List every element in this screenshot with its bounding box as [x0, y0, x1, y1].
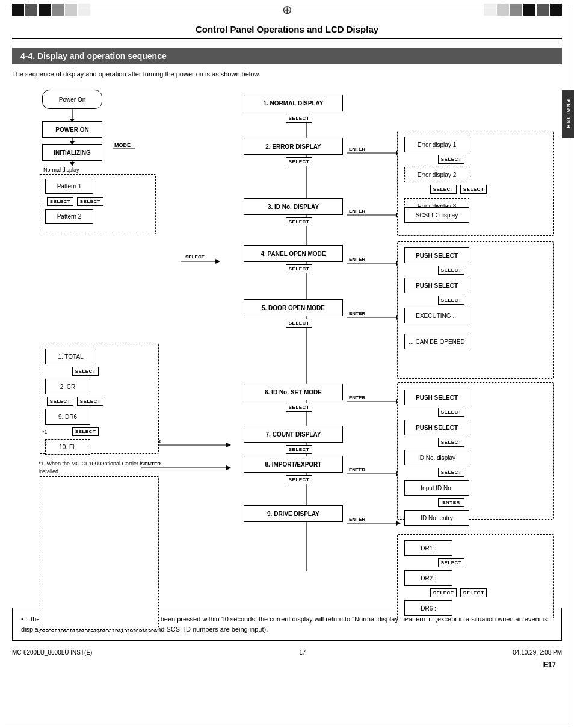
svg-text:ENTER: ENTER — [349, 467, 365, 473]
diagram: MODE SELECT ENTER ENTER ENTER ENTER — [12, 84, 562, 602]
initializing-box: INITIALIZING — [42, 144, 102, 161]
id-no-display-main: 3. ID No. DISPLAY — [244, 198, 343, 215]
svg-text:ENTER: ENTER — [349, 257, 365, 262]
header-sqr6 — [550, 4, 562, 16]
id-no-display-r: ID No. display — [404, 450, 469, 465]
select-main-4: SELECT — [286, 264, 312, 273]
can-be-opened-box: ... CAN BE OPENED — [404, 334, 469, 349]
footer-left: MC-8200LU_8600LU INST(E) — [12, 649, 92, 656]
select-main-7: SELECT — [286, 445, 312, 454]
header-sq4 — [52, 4, 64, 16]
error-display1: Error display 1 — [404, 137, 469, 152]
svg-text:ENTER: ENTER — [349, 146, 365, 152]
select-ed2-left: SELECT — [430, 185, 457, 194]
dr6-right-box: DR6 : — [404, 600, 452, 616]
enter-id-no: ENTER — [438, 498, 464, 507]
error-display-main: 2. ERROR DISPLAY — [244, 138, 343, 155]
total-box: 1. TOTAL — [45, 349, 96, 364]
drive-display-main: 9. DRIVE DISPLAY — [244, 505, 343, 522]
svg-marker-5 — [70, 162, 75, 166]
note1-label: *1 — [42, 429, 48, 435]
svg-text:SELECT: SELECT — [185, 254, 205, 260]
dr2-box: DR2 : — [404, 570, 452, 586]
select-cr-right: SELECT — [77, 397, 103, 406]
select-main-5: SELECT — [286, 319, 312, 328]
pattern2-box: Pattern 2 — [45, 209, 93, 224]
svg-marker-9 — [215, 259, 220, 264]
push-select-r4: PUSH SELECT — [404, 420, 469, 435]
footer: MC-8200LU_8600LU INST(E) 17 04.10.29, 2:… — [0, 647, 574, 658]
select-main-1: SELECT — [286, 114, 312, 123]
select-dr1: SELECT — [438, 558, 464, 567]
page-title: Control Panel Operations and LCD Display — [12, 19, 562, 39]
panel-open-mode-main: 4. PANEL OPEN MODE — [244, 245, 343, 262]
header-sq1 — [12, 4, 24, 16]
header-sq2 — [25, 4, 37, 16]
door-open-mode-main: 5. DOOR OPEN MODE — [244, 299, 343, 316]
id-no-set-mode-main: 6. ID No. SET MODE — [244, 384, 343, 400]
select-main-6: SELECT — [286, 403, 312, 412]
svg-text:ENTER: ENTER — [349, 395, 365, 400]
select-psr1: SELECT — [438, 266, 464, 275]
fl-box: 10. FL — [45, 439, 90, 455]
footer-center: 17 — [299, 649, 306, 656]
select-p1-right: SELECT — [77, 197, 103, 206]
page-number: E17 — [0, 661, 574, 669]
header-sq3 — [39, 4, 51, 16]
english-sidebar-label: ENGLISH — [562, 90, 574, 138]
error-display2: Error display 2 — [404, 167, 469, 182]
dr6-box: 9. DR6 — [45, 409, 90, 425]
header-sqr5 — [537, 4, 549, 16]
dr1-box: DR1 : — [404, 540, 452, 556]
normal-display-label: Normal display — [43, 167, 79, 173]
select-ed1: SELECT — [438, 155, 464, 164]
select-main-8: SELECT — [286, 475, 312, 484]
select-psr3: SELECT — [438, 408, 464, 417]
select-dr2-right: SELECT — [460, 588, 487, 597]
normal-display-main: 1. NORMAL DISPLAY — [244, 95, 343, 111]
svg-marker-33 — [396, 521, 401, 526]
count-display-main: 7. COUNT DISPLAY — [244, 426, 343, 443]
select-main-3: SELECT — [286, 217, 312, 226]
svg-marker-36 — [226, 443, 231, 447]
intro-text: The sequence of display and operation af… — [12, 70, 562, 78]
import-export-main: 8. IMPORT/EXPORT — [244, 456, 343, 473]
power-on-rect: POWER ON — [42, 121, 102, 138]
crosshair-center: ⊕ — [282, 2, 292, 17]
id-no-entry: ID No. entry — [404, 510, 469, 526]
select-total: SELECT — [72, 367, 99, 376]
svg-text:MODE: MODE — [114, 142, 131, 148]
header-sqr2 — [497, 4, 509, 16]
scsi-id-display: SCSI-ID display — [404, 207, 469, 223]
svg-text:ENTER: ENTER — [349, 208, 365, 214]
input-id-no: Input ID No. — [404, 480, 469, 496]
select-psr4: SELECT — [438, 438, 464, 447]
svg-marker-39 — [226, 465, 231, 470]
select-psr2: SELECT — [438, 296, 464, 305]
select-dr2-left: SELECT — [430, 588, 457, 597]
executing-box: EXECUTING ... — [404, 308, 469, 323]
select-cr-left: SELECT — [47, 397, 73, 406]
svg-text:ENTER: ENTER — [349, 517, 365, 522]
push-select-r3: PUSH SELECT — [404, 390, 469, 405]
header-sqr1 — [484, 4, 496, 16]
select-ed2-right: SELECT — [460, 185, 487, 194]
header-sq6 — [78, 4, 90, 16]
header-sqr4 — [523, 4, 535, 16]
push-select-r2: PUSH SELECT — [404, 278, 469, 293]
push-sel-group-dashed — [39, 476, 159, 630]
svg-text:ENTER: ENTER — [349, 311, 365, 316]
footer-right: 04.10.29, 2:08 PM — [513, 649, 562, 656]
select-main-2: SELECT — [286, 157, 312, 166]
select-dr6: SELECT — [72, 427, 99, 436]
header-sqr3 — [510, 4, 522, 16]
pattern1-box: Pattern 1 — [45, 179, 93, 194]
push-select-r1: PUSH SELECT — [404, 247, 469, 263]
header-sq5 — [65, 4, 77, 16]
section-heading: 4-4. Display and operation sequence — [12, 48, 562, 64]
note1-text: *1. When the MC-CF10U Optional Carrier i… — [39, 460, 159, 475]
power-on-oval: Power On — [42, 90, 102, 109]
select-id-no-r: SELECT — [438, 468, 464, 477]
select-p1-left: SELECT — [47, 197, 73, 206]
cr-box: 2. CR — [45, 379, 90, 394]
